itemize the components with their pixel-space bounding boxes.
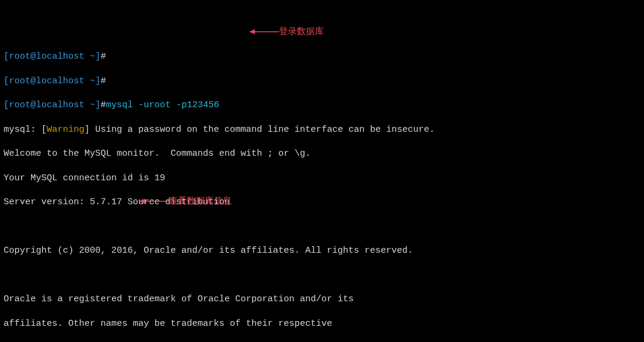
mysql-login-command: mysql -uroot -p123456 — [106, 100, 219, 110]
cwd: ~ — [90, 52, 95, 62]
blank-line — [4, 270, 640, 282]
copyright-line: Copyright (c) 2000, 2016, Oracle and/or … — [4, 245, 640, 257]
prompt-line-3[interactable]: [root@localhost ~]#mysql -uroot -p123456 — [4, 99, 640, 111]
welcome-line: Welcome to the MySQL monitor. Commands e… — [4, 148, 640, 160]
arrow-left-icon — [249, 28, 279, 35]
annotation-show-text: 查看数据库信息 — [169, 196, 232, 207]
user-host: root@localhost — [9, 100, 84, 110]
oracle-line-1: Oracle is a registered trademark of Orac… — [4, 293, 640, 305]
prompt-line-1: [root@localhost ~]# — [4, 51, 640, 63]
annotation-login: 登录数据库 — [249, 26, 324, 38]
warning-text: Using a password on the command line int… — [90, 125, 435, 135]
annotation-login-text: 登录数据库 — [279, 27, 324, 37]
blank-line — [4, 221, 640, 233]
cwd: ~ — [90, 100, 95, 110]
annotation-show: 查看数据库信息 — [139, 196, 232, 208]
server-version-line: Server version: 5.7.17 Source distributi… — [4, 196, 640, 208]
prompt-line-2: [root@localhost ~]# — [4, 75, 640, 87]
oracle-line-2: affiliates. Other names may be trademark… — [4, 318, 640, 330]
warning-line: mysql: [Warning] Using a password on the… — [4, 124, 640, 136]
connection-id-line: Your MySQL connection id is 19 — [4, 172, 640, 184]
user-host: root@localhost — [9, 52, 84, 62]
cwd: ~ — [90, 76, 95, 86]
user-host: root@localhost — [9, 76, 84, 86]
arrow-left-icon — [139, 198, 169, 205]
svg-marker-1 — [249, 29, 255, 34]
svg-marker-3 — [139, 199, 145, 204]
warning-label: Warning — [47, 125, 84, 135]
